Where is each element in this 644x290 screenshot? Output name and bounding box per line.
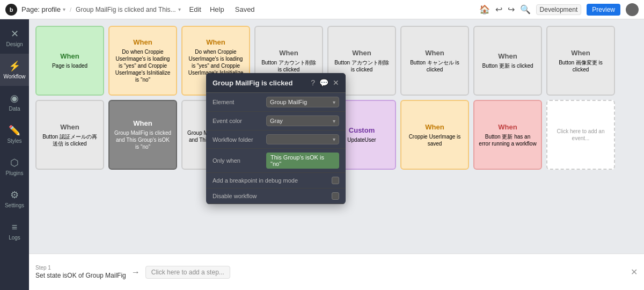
sidebar-item-logs[interactable]: ≡ Logs [0, 215, 29, 247]
sidebar-item-data[interactable]: ◉ Data [0, 86, 29, 118]
modal-disable-row: Disable workflow [206, 189, 346, 204]
modal-overlay: Group MailFig is clicked ? 💬 ✕ Element G… [29, 19, 644, 290]
color-select[interactable]: Gray ▾ [266, 115, 339, 126]
sidebar-item-design[interactable]: ✕ Design [0, 21, 29, 54]
modal-breakpoint-row: Add a breakpoint in debug mode [206, 173, 346, 189]
modal-header: Group MailFig is clicked ? 💬 ✕ [206, 73, 346, 93]
redo-icon[interactable]: ↪ [508, 4, 515, 15]
disable-label: Disable workflow [213, 193, 332, 199]
modal-help-icon[interactable]: ? [311, 78, 315, 87]
modal-folder-row: Workflow folder ▾ [206, 130, 346, 149]
sidebar-label-logs: Logs [9, 235, 20, 241]
design-icon: ✕ [11, 28, 19, 40]
topbar-right: 🏠 ↩ ↪ 🔍 Development Preview [479, 3, 639, 16]
env-select[interactable]: Development [536, 4, 582, 15]
menu-items: Edit Help Saved [189, 5, 255, 13]
modal-header-icons: ? 💬 ✕ [311, 78, 339, 87]
sidebar-label-design: Design [6, 41, 23, 47]
current-workflow[interactable]: Group MailFig is clicked and This... ▾ [76, 6, 181, 13]
sidebar: ✕ Design ⚡ Workflow ◉ Data ✏️ Styles ⬡ P… [0, 19, 29, 290]
sidebar-item-styles[interactable]: ✏️ Styles [0, 118, 29, 150]
element-label: Element [213, 99, 266, 105]
folder-select-chevron: ▾ [333, 136, 335, 142]
workflow-chevron-icon: ▾ [178, 6, 181, 12]
app-logo[interactable]: b [5, 4, 17, 16]
modal: Group MailFig is clicked ? 💬 ✕ Element G… [206, 73, 346, 204]
settings-icon: ⚙ [10, 189, 19, 201]
modal-title: Group MailFig is clicked [213, 79, 293, 87]
sidebar-label-workflow: Workflow [4, 74, 26, 79]
disable-checkbox[interactable] [332, 192, 339, 200]
home-icon[interactable]: 🏠 [479, 4, 490, 15]
main-layout: ✕ Design ⚡ Workflow ◉ Data ✏️ Styles ⬡ P… [0, 19, 644, 290]
page-chevron-icon: ▾ [63, 6, 65, 12]
canvas: When Page is loaded When Do when Croppie… [29, 19, 644, 290]
styles-icon: ✏️ [9, 125, 20, 136]
color-select-chevron: ▾ [333, 118, 335, 124]
page-name[interactable]: Page: profile ▾ [21, 5, 65, 13]
modal-color-row: Event color Gray ▾ [206, 112, 346, 130]
sidebar-item-plugins[interactable]: ⬡ Plugins [0, 150, 29, 183]
undo-icon[interactable]: ↩ [495, 4, 502, 15]
saved-indicator: Saved [235, 5, 255, 13]
avatar[interactable] [626, 3, 639, 16]
folder-label: Workflow folder [213, 136, 266, 143]
folder-select[interactable]: ▾ [266, 134, 339, 144]
only-when-value[interactable]: This Group's isOK is "no" [266, 153, 339, 169]
color-label: Event color [213, 118, 266, 124]
sidebar-label-settings: Settings [5, 202, 24, 208]
breakpoint-label: Add a breakpoint in debug mode [213, 177, 332, 184]
sidebar-label-data: Data [9, 106, 20, 112]
modal-element-row: Element Group MailFig ▾ [206, 93, 346, 112]
sidebar-label-plugins: Plugins [6, 170, 24, 176]
search-icon[interactable]: 🔍 [520, 4, 531, 15]
help-menu[interactable]: Help [210, 5, 224, 13]
element-select[interactable]: Group MailFig ▾ [266, 97, 339, 107]
logs-icon: ≡ [12, 222, 18, 233]
data-icon: ◉ [10, 92, 19, 104]
modal-close-icon[interactable]: ✕ [333, 78, 339, 87]
only-when-label: Only when [213, 157, 266, 164]
element-select-chevron: ▾ [333, 99, 335, 105]
topbar: b Page: profile ▾ / Group MailFig is cli… [0, 0, 644, 19]
modal-comment-icon[interactable]: 💬 [319, 78, 328, 87]
sidebar-item-workflow[interactable]: ⚡ Workflow [0, 54, 29, 86]
modal-only-when-row: Only when This Group's isOK is "no" [206, 149, 346, 173]
preview-button[interactable]: Preview [587, 4, 620, 16]
sidebar-label-styles: Styles [7, 138, 21, 144]
sidebar-item-settings[interactable]: ⚙ Settings [0, 183, 29, 215]
workflow-icon: ⚡ [9, 60, 20, 72]
breakpoint-checkbox[interactable] [332, 177, 339, 184]
plugins-icon: ⬡ [10, 157, 19, 169]
edit-menu[interactable]: Edit [189, 5, 201, 13]
